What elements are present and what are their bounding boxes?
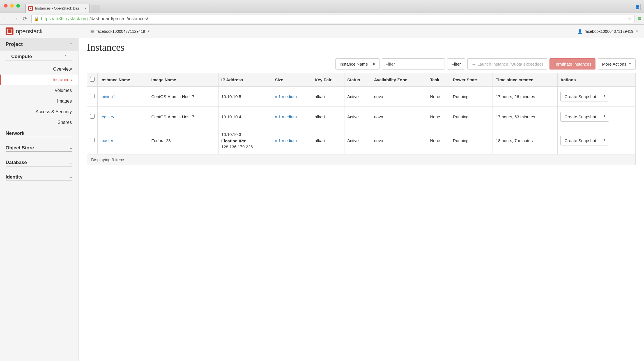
filter-button[interactable]: Filter	[447, 58, 465, 70]
row-action-dropdown[interactable]: ▼	[600, 136, 609, 145]
back-button[interactable]: ←	[3, 15, 9, 22]
filter-field-select[interactable]: Instance Name ▲▼	[335, 58, 380, 70]
sidebar-section-compute[interactable]: Compute ⌃	[6, 51, 72, 61]
cell-task: None	[427, 107, 450, 127]
cell-time: 17 hours, 53 minutes	[493, 107, 557, 127]
row-checkbox[interactable]	[90, 94, 95, 98]
forward-button[interactable]: →	[12, 15, 19, 22]
chevron-down-icon: ⌄	[70, 175, 72, 179]
hamburger-menu-icon[interactable]: ≡	[638, 15, 641, 22]
row-checkbox[interactable]	[90, 114, 95, 119]
main-content: Instances Instance Name ▲▼ Filter Launch…	[79, 38, 644, 361]
create-snapshot-button[interactable]: Create Snapshot	[561, 136, 600, 145]
close-window-button[interactable]	[4, 4, 8, 8]
launch-instance-button[interactable]: Launch Instance (Quota exceeded)	[467, 58, 547, 70]
filter-input-wrap	[382, 58, 445, 70]
cell-status: Active	[344, 87, 371, 107]
cell-power: Running	[450, 127, 493, 154]
terminate-instances-button[interactable]: Terminate Instances	[549, 58, 595, 70]
ip-fixed: 10.10.10.5	[221, 94, 269, 99]
caret-down-icon: ▼	[147, 30, 150, 33]
sidebar: Project ⌃ Compute ⌃ Overview Instances V…	[0, 38, 79, 361]
address-bar[interactable]: 🔒 https://x86.trystack.org/dashboard/pro…	[31, 15, 634, 23]
lock-icon: 🔒	[34, 16, 39, 21]
cell-key: alkari	[312, 87, 344, 107]
filter-input[interactable]	[382, 59, 445, 69]
browser-tabstrip: Instances - OpenStack Das × 👤	[0, 0, 644, 13]
cell-key: alkari	[312, 107, 344, 127]
sidebar-section-network[interactable]: Network ⌄	[6, 128, 72, 137]
reload-button[interactable]: ⟳	[22, 15, 28, 22]
brand-text: openstack	[16, 28, 43, 35]
logo-icon	[6, 27, 13, 35]
chevron-down-icon: ⌄	[70, 146, 72, 150]
sidebar-item-images[interactable]: Images	[0, 96, 78, 107]
cell-time: 18 hours, 7 minutes	[493, 127, 557, 154]
instance-link[interactable]: registry	[100, 114, 114, 119]
row-action-group: Create Snapshot ▼	[560, 112, 609, 122]
col-task: Task	[427, 73, 450, 87]
new-tab-button[interactable]	[91, 5, 100, 13]
table-row: registry CentOS-Atomic-Host-7 10.10.10.4…	[87, 107, 636, 127]
sidebar-item-access-security[interactable]: Access & Security	[0, 107, 78, 117]
ip-floating: 128.136.179.226	[221, 144, 269, 149]
col-status: Status	[344, 73, 371, 87]
sidebar-item-shares[interactable]: Shares	[0, 117, 78, 128]
cell-task: None	[427, 87, 450, 107]
browser-tab[interactable]: Instances - OpenStack Das ×	[25, 4, 90, 13]
url-path: /dashboard/project/instances/	[89, 16, 148, 21]
tab-title: Instances - OpenStack Das	[35, 6, 79, 10]
instance-link[interactable]: master	[100, 138, 113, 143]
profile-icon[interactable]: 👤	[634, 4, 641, 10]
instance-link[interactable]: minion1	[100, 94, 115, 99]
size-link[interactable]: m1.medium	[275, 114, 297, 119]
sidebar-section-project[interactable]: Project ⌃	[0, 38, 78, 51]
project-selector[interactable]: ▤ facebook100004371129419 ▼	[90, 29, 150, 34]
table-footer: Displaying 3 items	[87, 154, 636, 165]
cell-time: 17 hours, 26 minutes	[493, 87, 557, 107]
col-actions: Actions	[557, 73, 635, 87]
sidebar-section-object-store[interactable]: Object Store ⌄	[6, 142, 72, 152]
col-power: Power State	[450, 73, 493, 87]
cell-ip: 10.10.10.3Floating IPs:128.136.179.226	[218, 127, 272, 154]
size-link[interactable]: m1.medium	[275, 138, 297, 143]
create-snapshot-button[interactable]: Create Snapshot	[561, 92, 600, 101]
sidebar-item-overview[interactable]: Overview	[0, 64, 78, 75]
browser-toolbar: ← → ⟳ 🔒 https://x86.trystack.org/dashboa…	[0, 13, 644, 25]
more-actions-button[interactable]: More Actions ▼	[598, 58, 636, 70]
section-label: Project	[6, 41, 23, 47]
row-action-dropdown[interactable]: ▼	[600, 92, 609, 101]
brand-logo[interactable]: openstack	[6, 27, 43, 35]
sidebar-section-identity[interactable]: Identity ⌄	[6, 172, 72, 181]
cell-power: Running	[450, 87, 493, 107]
row-action-group: Create Snapshot ▼	[560, 136, 609, 145]
cell-status: Active	[344, 107, 371, 127]
window-controls	[4, 4, 20, 8]
cell-power: Running	[450, 107, 493, 127]
cell-az: nova	[371, 127, 427, 154]
row-checkbox[interactable]	[90, 138, 95, 142]
size-link[interactable]: m1.medium	[275, 94, 297, 99]
user-menu[interactable]: 👤 facebook100004371129419 ▼	[578, 29, 638, 34]
section-label: Database	[6, 160, 27, 165]
sidebar-section-database[interactable]: Database ⌄	[6, 157, 72, 166]
col-size: Size	[272, 73, 312, 87]
launch-label: Launch Instance (Quota exceeded)	[477, 62, 543, 66]
sidebar-item-volumes[interactable]: Volumes	[0, 85, 78, 96]
sidebar-item-instances[interactable]: Instances	[0, 75, 78, 85]
create-snapshot-button[interactable]: Create Snapshot	[561, 112, 600, 121]
cell-image: Fedora-23	[148, 127, 218, 154]
page-title: Instances	[87, 41, 636, 53]
tab-close-icon[interactable]: ×	[84, 6, 87, 11]
row-action-group: Create Snapshot ▼	[560, 92, 609, 101]
cell-ip: 10.10.10.4	[218, 107, 272, 127]
bookmark-icon[interactable]: ☆	[627, 16, 632, 22]
col-az: Availability Zone	[371, 73, 427, 87]
table-controls: Instance Name ▲▼ Filter Launch Instance …	[87, 58, 636, 70]
table-header-row: Instance Name Image Name IP Address Size…	[87, 73, 636, 87]
row-action-dropdown[interactable]: ▼	[600, 112, 609, 121]
maximize-window-button[interactable]	[16, 4, 20, 8]
minimize-window-button[interactable]	[10, 4, 14, 8]
select-all-checkbox[interactable]	[90, 77, 95, 82]
instances-table: Instance Name Image Name IP Address Size…	[87, 73, 636, 154]
